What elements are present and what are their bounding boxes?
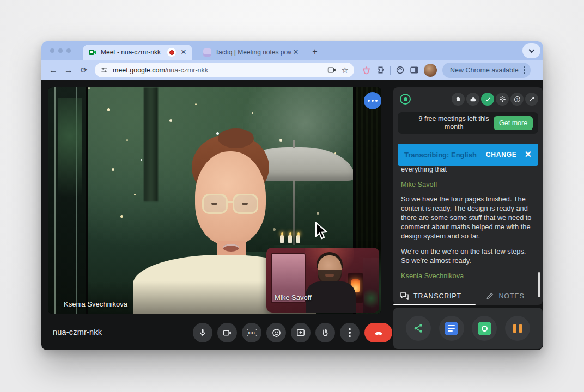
captions-button[interactable]: CC	[242, 323, 261, 342]
transcript-text: everything that	[401, 164, 536, 174]
browser-menu-kebab-icon[interactable]	[524, 66, 525, 74]
address-bar[interactable]: meet.google.com/nua-czmr-nkk ☆	[95, 63, 354, 77]
quota-text: 9 free meetings left this month	[414, 115, 494, 131]
divider	[390, 66, 391, 75]
window-traffic-lights[interactable]	[50, 48, 71, 53]
tab-title: Meet - nua-czmr-nkk	[101, 48, 164, 56]
meet-controls: CC	[193, 323, 392, 342]
transcribing-label: Transcribing: English	[404, 151, 486, 159]
export-to-docs-button[interactable]	[439, 316, 464, 341]
pip-participant-name: Mike Savoff	[275, 293, 312, 302]
chrome-update-button[interactable]: New Chrome available	[442, 63, 531, 78]
home-icon[interactable]	[452, 93, 465, 106]
meet-favicon-icon	[88, 48, 97, 57]
cloud-sync-icon[interactable]	[466, 93, 479, 106]
tab-transcript[interactable]: TRANSCRIPT	[393, 287, 468, 305]
back-button[interactable]: ←	[46, 65, 61, 75]
browser-toolbar: ← → ⟳ meet.google.com/nua-czmr-nkk ☆ New…	[41, 60, 543, 80]
extensions-puzzle-icon[interactable]	[376, 65, 385, 75]
new-tab-button[interactable]: +	[309, 46, 320, 57]
settings-gear-icon[interactable]	[496, 93, 509, 106]
tab-title: Tactiq | Meeting notes powe	[215, 48, 291, 56]
profile-avatar[interactable]	[424, 64, 437, 77]
tab-tactiq[interactable]: Tactiq | Meeting notes powe ✕	[198, 45, 305, 60]
scene-left-door	[48, 87, 86, 314]
pause-button[interactable]	[505, 316, 530, 341]
chrome-update-label: New Chrome available	[450, 66, 519, 74]
banner-close-icon[interactable]: ✕	[525, 150, 532, 159]
end-call-button[interactable]	[364, 323, 392, 342]
camera-button[interactable]	[217, 323, 237, 342]
reload-button[interactable]: ⟳	[76, 65, 92, 75]
side-panel-icon[interactable]	[410, 65, 419, 75]
transcript-text: We're on the we're on the last few steps…	[401, 247, 536, 265]
expand-icon[interactable]	[525, 93, 538, 106]
url-text[interactable]: meet.google.com/nua-czmr-nkk	[113, 66, 327, 74]
svg-text:?: ?	[516, 97, 518, 101]
transcript-speaker: Mike Savoff	[401, 180, 536, 189]
active-tab-underline	[393, 304, 476, 305]
chat-notification-badge[interactable]	[364, 92, 381, 109]
site-settings-icon[interactable]	[100, 66, 108, 74]
meeting-code: nua-czmr-nkk	[53, 328, 102, 336]
transcript-text: oh, that's amazing to hear	[401, 286, 536, 286]
change-language-button[interactable]: CHANGE	[486, 151, 517, 158]
screenshot-camera-icon	[478, 322, 491, 335]
chevron-down-icon	[528, 47, 534, 53]
share-button[interactable]	[406, 316, 431, 341]
protected-check-icon[interactable]	[481, 93, 494, 106]
string-lights	[88, 87, 90, 89]
page-content: Mike Savoff Ksenia Svechnikova nua-czmr-…	[41, 80, 543, 350]
tab-close-icon[interactable]: ✕	[291, 48, 300, 57]
tactiq-transcript-card: ? 9 free meetings left this month Get mo…	[393, 87, 543, 305]
chat-bubbles-icon	[400, 292, 409, 300]
quota-card: 9 free meetings left this month Get more	[398, 112, 538, 134]
pip-video-tile[interactable]: Mike Savoff	[266, 248, 379, 313]
main-participant-name: Ksenia Svechnikova	[64, 300, 127, 308]
forward-button[interactable]: →	[61, 65, 76, 75]
tab-notes[interactable]: NOTES	[468, 287, 543, 305]
tab-notes-label: NOTES	[498, 292, 524, 300]
transcript-list[interactable]: everything thatMike SavoffSo we have the…	[401, 164, 536, 286]
reactions-button[interactable]	[266, 323, 286, 342]
kebab-icon	[349, 328, 351, 338]
help-icon[interactable]: ?	[510, 93, 524, 106]
lens-extension-icon[interactable]	[396, 65, 405, 75]
microphone-button[interactable]	[193, 323, 212, 342]
transcript-speaker: Ksenia Svechnikova	[401, 271, 536, 280]
tab-strip: Meet - nua-czmr-nkk ✕ Tactiq | Meeting n…	[41, 41, 543, 60]
bookmark-star-icon[interactable]: ☆	[342, 65, 349, 75]
pencil-icon	[486, 292, 494, 300]
main-video-tile: Mike Savoff Ksenia Svechnikova	[48, 87, 381, 314]
mouse-cursor	[315, 222, 329, 241]
present-screen-button[interactable]	[291, 323, 311, 342]
tactiq-favicon-icon	[203, 48, 211, 57]
tab-meet[interactable]: Meet - nua-czmr-nkk ✕	[83, 45, 192, 60]
more-options-button[interactable]	[340, 323, 360, 342]
transcript-text: So we have the four pages finished. The …	[401, 194, 536, 241]
get-more-button[interactable]: Get more	[494, 116, 533, 130]
pause-icon	[513, 324, 522, 333]
tactiq-extension-icon[interactable]	[362, 65, 371, 75]
tactiq-logo-icon	[400, 94, 411, 105]
docs-icon	[445, 322, 458, 335]
tab-transcript-label: TRANSCRIPT	[413, 292, 461, 300]
tab-close-icon[interactable]: ✕	[179, 48, 188, 57]
raise-hand-button[interactable]	[315, 323, 335, 342]
tactiq-header: ?	[393, 87, 543, 111]
recording-indicator-icon	[167, 48, 176, 57]
tactiq-actions-card	[393, 308, 543, 349]
cc-icon: CC	[247, 329, 257, 336]
panel-tabs: TRANSCRIPT NOTES	[393, 287, 543, 305]
tactiq-panel: ? 9 free meetings left this month Get mo…	[393, 87, 543, 350]
browser-window: Meet - nua-czmr-nkk ✕ Tactiq | Meeting n…	[41, 41, 543, 350]
transcribing-banner: Transcribing: English CHANGE ✕	[398, 144, 538, 166]
tab-search-chevron-button[interactable]	[522, 43, 540, 58]
candles	[280, 235, 300, 243]
camera-url-icon[interactable]	[327, 65, 337, 75]
screenshot-button[interactable]	[472, 316, 497, 341]
